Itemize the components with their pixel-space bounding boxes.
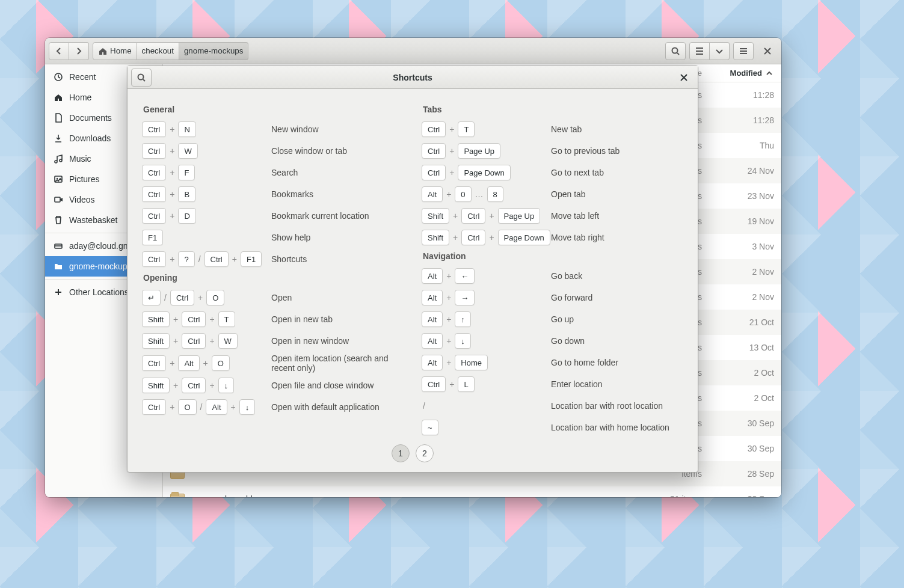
search-button[interactable]	[665, 42, 686, 60]
forward-button[interactable]	[69, 42, 89, 60]
plus-separator: +	[202, 358, 209, 368]
plus-separator: +	[448, 124, 455, 134]
plus-separator: +	[445, 189, 452, 199]
sidebar-item-label: gnome-mockups	[69, 262, 132, 271]
shortcut-row: Shift+Ctrl+↓Open file and close window	[142, 376, 404, 394]
keycap: D	[178, 208, 195, 224]
keycap: ↵	[142, 290, 161, 305]
file-modified: 11:28	[714, 115, 774, 125]
keycap: ?	[178, 251, 194, 267]
keycap: Ctrl	[182, 333, 206, 349]
dialog-search-button[interactable]	[131, 69, 152, 87]
keycap: →	[455, 290, 475, 305]
plus-separator: +	[168, 146, 176, 156]
sidebar-item-label: Recent	[69, 72, 96, 82]
pic-icon	[54, 174, 63, 184]
plus-separator: +	[168, 124, 176, 134]
shortcut-description: Show help	[271, 233, 404, 242]
keycap: T	[218, 311, 235, 327]
plus-separator: +	[452, 233, 459, 242]
shortcut-row: Ctrl+?/Ctrl+F1Shortcuts	[142, 250, 404, 268]
close-window-button[interactable]	[757, 42, 778, 60]
plus-separator: +	[452, 211, 459, 221]
keycap: ↓	[218, 378, 235, 393]
shortcut-description: Open item location (search and recent on…	[271, 354, 404, 373]
shortcut-description: Open in new tab	[271, 314, 404, 324]
keycap: Ctrl	[142, 208, 166, 224]
plus-separator: +	[448, 379, 455, 389]
keycap: Shift	[422, 230, 449, 245]
back-button[interactable]	[49, 42, 69, 60]
path-current[interactable]: gnome-mockups	[179, 42, 249, 60]
path-checkout[interactable]: checkout	[137, 42, 179, 60]
page-1-button[interactable]: 1	[392, 444, 410, 462]
file-modified: 13 Oct	[714, 343, 774, 352]
shortcut-row: Alt+←Go back	[422, 267, 683, 285]
col-modified-label: Modified	[730, 69, 762, 78]
shortcut-row: Ctrl+Page DownGo to next tab	[422, 164, 683, 182]
range-separator: …	[474, 189, 485, 199]
shortcut-row: Shift+Ctrl+TOpen in new tab	[142, 310, 404, 328]
page-2-button[interactable]: 2	[416, 444, 434, 462]
home-icon	[98, 46, 108, 56]
shortcut-row: Ctrl+DBookmark current location	[142, 207, 404, 225]
plus-separator: +	[445, 293, 452, 302]
keycap: ↓	[239, 399, 256, 415]
section-title: Navigation	[423, 251, 683, 261]
keycap: Ctrl	[204, 251, 229, 267]
table-row[interactable]: passwords-and-keys31 items28 Sep	[163, 486, 781, 497]
keycap: F	[178, 165, 195, 180]
path-home[interactable]: Home	[93, 42, 137, 60]
keycap: Alt	[178, 355, 199, 371]
plus-separator: +	[208, 314, 215, 324]
shortcut-description: Location bar with home location	[551, 423, 683, 432]
keycap: Shift	[142, 333, 170, 349]
keycap: Ctrl	[182, 311, 206, 327]
list-view-button[interactable]	[689, 42, 710, 60]
file-modified: 23 Nov	[714, 191, 774, 201]
path-current-label: gnome-mockups	[184, 46, 244, 55]
file-modified: 2 Oct	[714, 393, 774, 403]
shortcut-description: Open	[271, 293, 404, 302]
keycap: Alt	[422, 333, 443, 349]
keycap: Page Down	[498, 230, 550, 245]
keycap: Ctrl	[142, 355, 166, 371]
headerbar: Home checkout gnome-mockups	[45, 38, 781, 64]
shortcut-row: ~Location bar with home location	[422, 418, 683, 436]
shortcut-row: Ctrl+FSearch	[142, 164, 404, 182]
plus-separator: +	[448, 168, 455, 177]
shortcut-row: /Location bar with root location	[422, 397, 683, 415]
plus-separator: +	[445, 358, 452, 367]
keycap: Ctrl	[170, 290, 194, 305]
shortcut-description: Bookmark current location	[271, 211, 404, 221]
shortcut-row: Ctrl+BBookmarks	[142, 185, 404, 203]
keycap: Ctrl	[142, 121, 166, 137]
dialog-close-button[interactable]	[674, 69, 694, 87]
view-options-button[interactable]	[710, 42, 730, 60]
col-modified[interactable]: Modified	[714, 69, 774, 78]
dialog-body: GeneralCtrl+NNew windowCtrl+WClose windo…	[128, 89, 698, 438]
sidebar-item-label: Videos	[69, 195, 95, 204]
plus-separator: +	[231, 254, 238, 264]
keycap: Page Up	[498, 208, 541, 224]
keycap: ↓	[455, 333, 471, 349]
shortcut-description: Location bar with root location	[551, 401, 683, 411]
folder-icon	[170, 494, 185, 497]
plus-separator: +	[488, 233, 495, 242]
keycap: Alt	[422, 186, 443, 202]
shortcut-row: Alt+↑Go up	[422, 310, 683, 328]
hamburger-menu-button[interactable]	[733, 42, 754, 60]
plus-separator: +	[445, 336, 452, 346]
shortcut-description: Search	[271, 168, 404, 177]
shortcut-row: Shift+Ctrl+Page DownMove tab right	[422, 228, 683, 247]
keycap: Alt	[206, 399, 227, 415]
keycap: Page Up	[458, 143, 500, 159]
sidebar-item-label: Music	[69, 154, 91, 164]
shortcut-row: ↵/Ctrl+OOpen	[142, 289, 404, 307]
shortcut-row: Ctrl+LEnter location	[422, 375, 683, 393]
shortcut-description: New window	[271, 124, 404, 134]
dialog-pager: 12	[128, 438, 698, 472]
shortcut-description: Go forward	[551, 293, 683, 302]
plus-separator: +	[448, 146, 455, 156]
shortcut-description: Go down	[551, 336, 683, 346]
